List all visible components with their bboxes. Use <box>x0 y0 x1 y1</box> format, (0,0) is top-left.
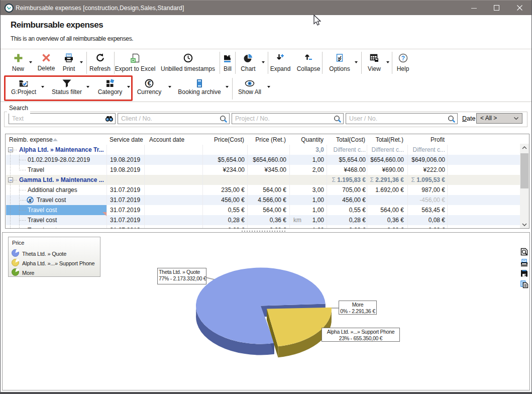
svg-text:?: ? <box>401 55 404 62</box>
svg-text:€: € <box>148 80 151 87</box>
